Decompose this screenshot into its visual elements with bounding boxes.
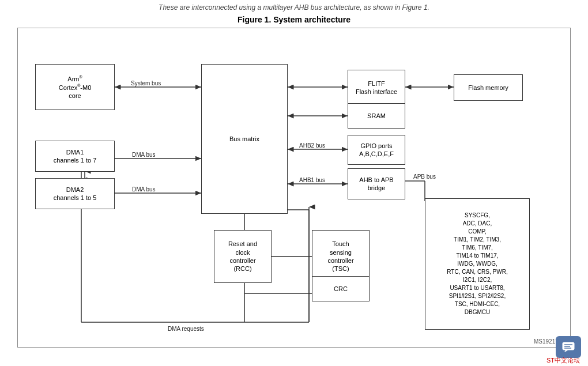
bus-matrix-label: Bus matrix	[229, 135, 259, 143]
svg-marker-36	[564, 350, 568, 352]
ahb1-bus-label: AHB1 bus	[299, 177, 325, 183]
dma-requests-label: DMA requests	[168, 326, 204, 332]
dma-bus1-label: DMA bus	[132, 152, 156, 158]
dma-bus2-label: DMA bus	[132, 186, 156, 193]
top-text: These are interconnected using a multila…	[0, 0, 588, 13]
flash-memory-label: Flash memory	[468, 84, 508, 92]
flitf-block: FLITFFlash interface	[348, 70, 405, 105]
system-bus-label: System bus	[131, 80, 161, 86]
arm-core-label: Arm®Cortex®-M0core	[59, 74, 92, 100]
flitf-label: FLITFFlash interface	[356, 80, 397, 96]
page: These are interconnected using a multila…	[0, 0, 588, 366]
reset-clock-label: Reset andclockcontroller(RCC)	[228, 240, 257, 273]
bus-matrix-block: Bus matrix	[201, 64, 288, 214]
chat-icon[interactable]	[556, 336, 581, 358]
ahb-apb-bridge-label: AHB to APBbridge	[359, 176, 393, 193]
gpio-label: GPIO portsA,B,C,D,E,F	[359, 142, 394, 159]
peripherals-label: SYSCFG,ADC, DAC,COMP,TIM1, TIM2, TIM3,TI…	[443, 208, 511, 320]
sram-label: SRAM	[367, 112, 386, 120]
dma1-label: DMA1channels 1 to 7	[54, 148, 97, 165]
sram-block: SRAM	[348, 103, 405, 129]
reset-clock-block: Reset andclockcontroller(RCC)	[214, 230, 272, 283]
ahb2-bus-label: AHB2 bus	[299, 142, 325, 149]
gpio-block: GPIO portsA,B,C,D,E,F	[348, 135, 405, 165]
touch-block: Touchsensingcontroller(TSC)	[312, 230, 370, 283]
dma2-block: DMA2channels 1 to 5	[35, 178, 115, 209]
ahb-apb-bridge-block: AHB to APBbridge	[348, 168, 405, 199]
touch-label: Touchsensingcontroller(TSC)	[327, 240, 353, 273]
crc-block: CRC	[312, 276, 370, 301]
flash-memory-block: Flash memory	[454, 74, 523, 101]
peripherals-block: SYSCFG,ADC, DAC,COMP,TIM1, TIM2, TIM3,TI…	[425, 198, 530, 330]
diagram-wrapper: Arm®Cortex®-M0core Bus matrix FLITFFlash…	[17, 28, 571, 348]
figure-title: Figure 1. System architecture	[0, 15, 588, 24]
st-forum-label[interactable]: ST中文论坛	[546, 356, 580, 365]
apb-bus-label: APB bus	[413, 173, 436, 180]
dma2-label: DMA2channels 1 to 5	[54, 186, 97, 202]
crc-label: CRC	[334, 285, 348, 293]
arm-core-block: Arm®Cortex®-M0core	[35, 64, 115, 110]
dma1-block: DMA1channels 1 to 7	[35, 141, 115, 172]
